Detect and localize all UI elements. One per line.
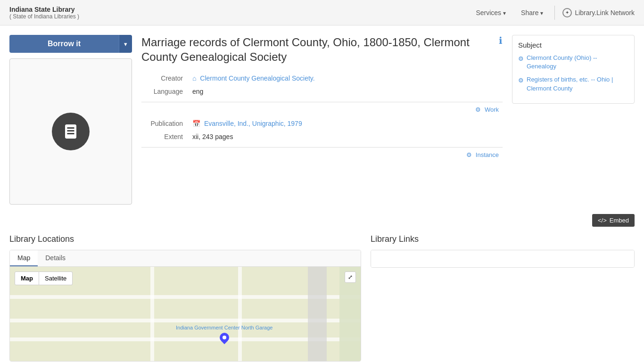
locations-box: Map Details Map: [9, 250, 361, 362]
library-locations-heading: Library Locations: [9, 234, 361, 244]
share-label: Share: [521, 9, 538, 16]
road-v2: [238, 267, 242, 361]
services-label: Services: [476, 9, 501, 16]
extent-value: xii, 243 pages: [189, 130, 503, 143]
road-v3: [308, 267, 327, 361]
publication-label: Publication: [141, 117, 189, 130]
subject-gear-icon-1: ⚙: [518, 76, 524, 85]
instance-icon: ⚙: [466, 151, 472, 158]
borrow-dropdown-icon: ▾: [124, 41, 127, 48]
record-instance-table: Publication 📅 Evansville, Ind., Unigraph…: [141, 117, 503, 143]
creator-link[interactable]: Clermont County Genealogical Society.: [200, 74, 314, 82]
publication-link[interactable]: Evansville, Ind., Unigraphic, 1979: [204, 120, 302, 127]
services-button[interactable]: Services: [472, 7, 510, 18]
right-panel: Subject ⚙ Clermont County (Ohio) -- Gene…: [512, 35, 635, 205]
info-button[interactable]: ℹ: [499, 35, 503, 46]
library-links: Library Links: [371, 234, 635, 362]
road-v1: [150, 267, 154, 361]
language-value: eng: [189, 85, 503, 98]
book-cover-box: [9, 58, 132, 205]
tab-bar: Map Details: [10, 250, 361, 267]
work-label: Work: [485, 106, 499, 113]
creator-icon: ⌂: [192, 74, 196, 82]
subject-link-1[interactable]: ⚙ Registers of births, etc. -- Ohio | Cl…: [518, 75, 628, 92]
library-sub: ( State of Indiana Libraries ): [9, 13, 79, 20]
record-details-table: Creator ⌂ Clermont County Genealogical S…: [141, 72, 503, 98]
record-title: Marriage records of Clermont County, Ohi…: [141, 35, 503, 64]
map-controls: Map Satellite: [15, 272, 73, 285]
map-expand-button[interactable]: ⤢: [345, 272, 356, 283]
header-divider: [554, 6, 555, 20]
embed-button[interactable]: </> Embed: [592, 214, 635, 227]
header-right: Services Share ✦ Library.Link Network: [472, 6, 635, 20]
header-left: Indiana State Library ( State of Indiana…: [9, 6, 79, 20]
subject-box: Subject ⚙ Clermont County (Ohio) -- Gene…: [512, 35, 635, 104]
instance-label: Instance: [476, 151, 499, 158]
embed-label: Embed: [610, 217, 629, 224]
tab-map[interactable]: Map: [10, 250, 38, 266]
library-name: Indiana State Library: [9, 6, 79, 13]
subject-link-0[interactable]: ⚙ Clermont County (Ohio) -- Genealogy: [518, 54, 628, 71]
links-search-input[interactable]: [371, 250, 634, 267]
map-pin-area: Indiana Government Center North Garage: [176, 324, 272, 342]
header: Indiana State Library ( State of Indiana…: [0, 0, 644, 25]
network-area: ✦ Library.Link Network: [562, 8, 635, 17]
tab-details[interactable]: Details: [38, 250, 73, 266]
middle-panel: ℹ Marriage records of Clermont County, O…: [141, 35, 503, 205]
subject-item-1: Registers of births, etc. -- Ohio | Cler…: [527, 75, 628, 92]
creator-value: ⌂ Clermont County Genealogical Society.: [189, 72, 503, 85]
creator-label: Creator: [141, 72, 189, 85]
map-btn-map[interactable]: Map: [15, 272, 39, 285]
extent-label: Extent: [141, 130, 189, 143]
borrow-btn-group: Borrow it ▾: [9, 35, 132, 53]
work-icon: ⚙: [475, 106, 481, 113]
borrow-button[interactable]: Borrow it: [9, 35, 119, 53]
map-pin-icon: [218, 331, 231, 344]
top-section: Borrow it ▾ ℹ Marriage records of Clermo…: [9, 35, 635, 205]
subject-title: Subject: [518, 41, 628, 49]
embed-row: </> Embed: [9, 214, 635, 227]
subject-gear-icon-0: ⚙: [518, 55, 524, 63]
links-search-box: [371, 250, 635, 268]
network-icon: ✦: [562, 8, 572, 17]
publication-value: 📅 Evansville, Ind., Unigraphic, 1979: [189, 117, 503, 130]
map-location-label: Indiana Government Center North Garage: [176, 324, 272, 331]
left-panel: Borrow it ▾: [9, 35, 132, 205]
services-chevron-icon: [503, 9, 506, 16]
share-chevron-icon: [540, 9, 543, 16]
map-btn-satellite[interactable]: Satellite: [39, 272, 73, 285]
library-locations: Library Locations Map Details: [9, 234, 361, 362]
book-icon: [52, 113, 90, 150]
language-label: Language: [141, 85, 189, 98]
network-label: Library.Link Network: [575, 9, 635, 16]
expand-icon: ⤢: [348, 274, 353, 280]
share-button[interactable]: Share: [517, 7, 547, 18]
main-container: Borrow it ▾ ℹ Marriage records of Clermo…: [0, 25, 644, 362]
map-pin-inner: [223, 336, 226, 339]
map-container: Map Satellite ⤢ Indiana Government Cente…: [10, 267, 361, 361]
borrow-dropdown-button[interactable]: ▾: [119, 35, 132, 53]
embed-code-icon: </>: [598, 217, 607, 224]
library-links-heading: Library Links: [371, 234, 635, 244]
bottom-section: Library Locations Map Details: [9, 234, 635, 362]
subject-item-0: Clermont County (Ohio) -- Genealogy: [527, 54, 628, 71]
publication-icon: 📅: [192, 120, 200, 127]
